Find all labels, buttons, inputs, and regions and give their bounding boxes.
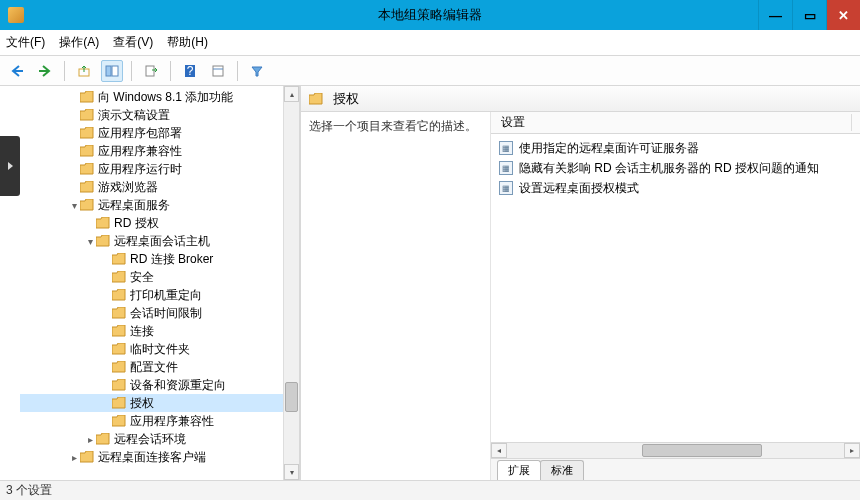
folder-icon <box>112 343 126 355</box>
svg-rect-6 <box>213 66 223 76</box>
separator <box>170 61 171 81</box>
separator <box>237 61 238 81</box>
svg-rect-3 <box>146 66 154 76</box>
scroll-left-button[interactable]: ◂ <box>491 443 507 458</box>
tree-item[interactable]: ▸远程桌面连接客户端 <box>20 448 283 466</box>
tree-item[interactable]: 应用程序包部署 <box>20 124 283 142</box>
tree-item[interactable]: 设备和资源重定向 <box>20 376 283 394</box>
show-hide-tree-button[interactable] <box>101 60 123 82</box>
list-column: 设置 ▦使用指定的远程桌面许可证服务器▦隐藏有关影响 RD 会话主机服务器的 R… <box>491 112 860 480</box>
folder-icon <box>80 109 94 121</box>
tree-pane: 向 Windows 8.1 添加功能演示文稿设置应用程序包部署应用程序兼容性应用… <box>20 86 300 480</box>
folder-icon <box>80 91 94 103</box>
tree-item[interactable]: RD 连接 Broker <box>20 250 283 268</box>
tree-item[interactable]: 连接 <box>20 322 283 340</box>
tree-item-label: 应用程序运行时 <box>98 161 182 178</box>
expand-icon[interactable]: ▸ <box>84 434 96 445</box>
menu-view[interactable]: 查看(V) <box>113 34 153 51</box>
content-title: 授权 <box>333 90 359 108</box>
policy-label: 隐藏有关影响 RD 会话主机服务器的 RD 授权问题的通知 <box>519 160 819 177</box>
filter-button[interactable] <box>246 60 268 82</box>
minimize-button[interactable]: — <box>758 0 792 30</box>
help-button[interactable]: ? <box>179 60 201 82</box>
tree-item[interactable]: 应用程序兼容性 <box>20 142 283 160</box>
tree-item-label: RD 授权 <box>114 215 159 232</box>
folder-icon <box>80 163 94 175</box>
folder-icon <box>80 181 94 193</box>
tree-item-label: 应用程序兼容性 <box>130 413 214 430</box>
tree-item[interactable]: 打印机重定向 <box>20 286 283 304</box>
hscroll-track[interactable] <box>507 443 844 458</box>
menu-file[interactable]: 文件(F) <box>6 34 45 51</box>
scroll-thumb[interactable] <box>285 382 298 412</box>
column-header-setting[interactable]: 设置 <box>499 114 852 131</box>
tree-item-label: 配置文件 <box>130 359 178 376</box>
tree-item[interactable]: 应用程序兼容性 <box>20 412 283 430</box>
tree-item[interactable]: ▾远程桌面会话主机 <box>20 232 283 250</box>
menu-help[interactable]: 帮助(H) <box>167 34 208 51</box>
statusbar: 3 个设置 <box>0 480 860 500</box>
description-column: 选择一个项目来查看它的描述。 <box>301 112 491 480</box>
tree-item[interactable]: RD 授权 <box>20 214 283 232</box>
hscroll-thumb[interactable] <box>642 444 762 457</box>
policy-item[interactable]: ▦设置远程桌面授权模式 <box>491 178 860 198</box>
up-level-button[interactable] <box>73 60 95 82</box>
scroll-right-button[interactable]: ▸ <box>844 443 860 458</box>
tree-item[interactable]: 临时文件夹 <box>20 340 283 358</box>
scroll-track[interactable] <box>284 102 299 464</box>
tree-scrollbar[interactable]: ▴ ▾ <box>283 86 299 480</box>
forward-button[interactable] <box>34 60 56 82</box>
tree-item[interactable]: ▸远程会话环境 <box>20 430 283 448</box>
properties-button[interactable] <box>207 60 229 82</box>
tree-item-label: 远程桌面服务 <box>98 197 170 214</box>
scroll-up-button[interactable]: ▴ <box>284 86 299 102</box>
tab-standard[interactable]: 标准 <box>540 460 584 480</box>
window-controls: — ▭ ✕ <box>758 0 860 30</box>
collapse-icon[interactable]: ▾ <box>84 236 96 247</box>
titlebar: 本地组策略编辑器 — ▭ ✕ <box>0 0 860 30</box>
folder-icon <box>112 361 126 373</box>
tree-item-label: 连接 <box>130 323 154 340</box>
maximize-button[interactable]: ▭ <box>792 0 826 30</box>
content-header: 授权 <box>301 86 860 112</box>
folder-icon <box>96 217 110 229</box>
tree-item[interactable]: 授权 <box>20 394 283 412</box>
horizontal-scrollbar[interactable]: ◂ ▸ <box>491 442 860 458</box>
tree-item-label: RD 连接 Broker <box>130 251 213 268</box>
list-header[interactable]: 设置 <box>491 112 860 134</box>
folder-icon <box>80 127 94 139</box>
tree-item[interactable]: 会话时间限制 <box>20 304 283 322</box>
collapse-icon[interactable]: ▾ <box>68 200 80 211</box>
tree-item[interactable]: 安全 <box>20 268 283 286</box>
close-button[interactable]: ✕ <box>826 0 860 30</box>
folder-icon <box>112 271 126 283</box>
toolbar: ? <box>0 56 860 86</box>
export-list-button[interactable] <box>140 60 162 82</box>
folder-icon <box>112 325 126 337</box>
side-panel-toggle[interactable] <box>0 136 20 196</box>
folder-icon <box>112 379 126 391</box>
tree-item[interactable]: 游戏浏览器 <box>20 178 283 196</box>
folder-icon <box>309 93 323 105</box>
tree-item[interactable]: 配置文件 <box>20 358 283 376</box>
body-area: 向 Windows 8.1 添加功能演示文稿设置应用程序包部署应用程序兼容性应用… <box>0 86 860 480</box>
tab-extended[interactable]: 扩展 <box>497 460 541 480</box>
tree-item[interactable]: 演示文稿设置 <box>20 106 283 124</box>
view-tabs: 扩展 标准 <box>491 458 860 480</box>
tree-item[interactable]: 向 Windows 8.1 添加功能 <box>20 88 283 106</box>
policy-list[interactable]: ▦使用指定的远程桌面许可证服务器▦隐藏有关影响 RD 会话主机服务器的 RD 授… <box>491 134 860 442</box>
folder-icon <box>112 415 126 427</box>
tree-item-label: 应用程序兼容性 <box>98 143 182 160</box>
tree-item-label: 授权 <box>130 395 154 412</box>
tree-view[interactable]: 向 Windows 8.1 添加功能演示文稿设置应用程序包部署应用程序兼容性应用… <box>20 86 283 480</box>
tree-item[interactable]: ▾远程桌面服务 <box>20 196 283 214</box>
menu-action[interactable]: 操作(A) <box>59 34 99 51</box>
back-button[interactable] <box>6 60 28 82</box>
policy-item[interactable]: ▦使用指定的远程桌面许可证服务器 <box>491 138 860 158</box>
svg-text:?: ? <box>187 64 194 78</box>
status-text: 3 个设置 <box>6 482 52 499</box>
expand-icon[interactable]: ▸ <box>68 452 80 463</box>
scroll-down-button[interactable]: ▾ <box>284 464 299 480</box>
tree-item[interactable]: 应用程序运行时 <box>20 160 283 178</box>
policy-item[interactable]: ▦隐藏有关影响 RD 会话主机服务器的 RD 授权问题的通知 <box>491 158 860 178</box>
